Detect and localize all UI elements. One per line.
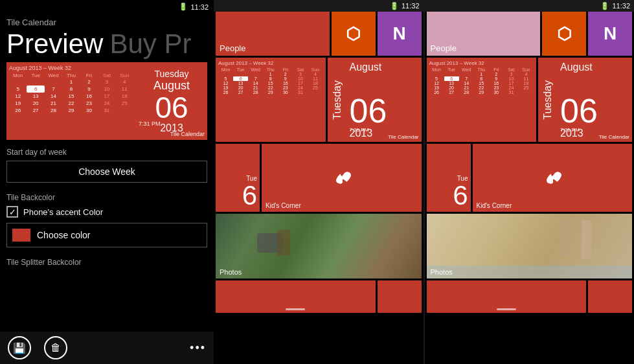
pinwheel-icon	[324, 160, 359, 196]
phone2-cal-tile[interactable]: August 2013 – Week 32 Mon Tue Wed Thu Fr…	[427, 58, 537, 142]
toolbar-left: 💾 🗑	[8, 336, 67, 359]
cal-time: 7:31 PM	[139, 120, 161, 127]
phone1-cal-grid: Mon Tue Wed Thu Fri Sat Sun 1 2 3 4 5 6	[218, 67, 323, 95]
phone1-row4: Photos	[214, 214, 424, 279]
buy-text: Buy Pr	[109, 28, 191, 60]
phone1-date-small[interactable]: Tue 6	[216, 144, 260, 212]
phone2-photos-label: Photos	[431, 268, 453, 276]
phone1-row5	[214, 280, 424, 313]
phone1-time: 11:32	[402, 2, 420, 10]
start-day-section: Start day of week Choose Week	[0, 142, 214, 188]
onenote-icon: N	[392, 23, 405, 44]
phone-preview-1: 🔋 11:32 People ⬡ N August 2013 – Week 32	[214, 0, 424, 364]
tile-backcolor-label: Tile Backcolor	[6, 193, 207, 202]
phone2-photos-tile[interactable]: Photos	[427, 214, 633, 279]
phone2-row1: People ⬡ N	[425, 12, 635, 56]
tile-splitter-label: Tile Splitter Backcolor	[0, 253, 214, 269]
phone-previews: 🔋 11:32 People ⬡ N August 2013 – Week 32	[214, 0, 634, 364]
phone1-photos-label: Photos	[220, 268, 242, 276]
delete-button[interactable]: 🗑	[44, 336, 67, 359]
office-icon: ⬡	[346, 24, 361, 44]
cal-tile-label: Tile Calendar	[170, 131, 205, 137]
phone2-onenote-tile[interactable]: N	[588, 12, 632, 56]
phone1-day-big: 06	[350, 94, 387, 128]
phone2-bottom-tile1[interactable]	[427, 280, 587, 313]
accent-label: Phone's accent Color	[23, 207, 103, 217]
phone1-people-tile[interactable]: People	[216, 12, 330, 56]
status-time: 11:32	[190, 3, 209, 11]
phone2-cal-grid: Mon Tue Wed Thu Fri Sat Sun 1 2 3 4 5 6	[429, 67, 534, 95]
phone2-bottom-tile2[interactable]	[588, 280, 632, 313]
phone2-time: 11:32	[612, 2, 630, 10]
accent-checkbox[interactable]: ✓	[6, 206, 18, 218]
phone1-date-big-tile[interactable]: Tuesday August 06 2013 7:31 PM Tile Cale…	[328, 58, 422, 142]
phone2-date-small[interactable]: Tue 6	[427, 144, 471, 212]
phone1-row1: People ⬡ N	[214, 12, 424, 56]
svg-point-1	[550, 176, 554, 180]
phone2-battery: 🔋	[600, 2, 609, 10]
phone1-tuesday: Tuesday	[332, 80, 343, 120]
choose-week-button[interactable]: Choose Week	[6, 161, 207, 183]
phone2-office-tile[interactable]: ⬡	[542, 12, 586, 56]
office-icon-2: ⬡	[557, 24, 572, 44]
phone2-row3: Tue 6 Kid's Corner	[425, 144, 635, 212]
bottom-toolbar: 💾 🗑 •••	[0, 332, 214, 364]
tile-backcolor-section: Tile Backcolor ✓ Phone's accent Color Ch…	[0, 188, 214, 253]
phone1-status: 🔋 11:32	[214, 0, 424, 12]
phone1-cal-tile[interactable]: August 2013 – Week 32 Mon Tue Wed Thu Fr…	[216, 58, 326, 142]
left-settings-panel: 🔋 11:32 Tile Calendar Preview Buy Pr Aug…	[0, 0, 214, 364]
phone2-kids-label: Kid's Corner	[477, 202, 512, 209]
cal-date-display: Tuesday August 06 2013 7:31 PM Tile Cale…	[136, 62, 207, 140]
phone1-row2: August 2013 – Week 32 Mon Tue Wed Thu Fr…	[214, 58, 424, 142]
phone2-date-big-tile[interactable]: Tuesday August 06 2013 7:31 PM Tile Cale…	[538, 58, 632, 142]
phone2-kids-corner-tile[interactable]: Kid's Corner	[473, 144, 633, 212]
onenote-icon-2: N	[604, 23, 617, 44]
cal-month-week: August 2013 – Week 32	[9, 65, 133, 71]
svg-point-0	[339, 176, 343, 180]
phone2-people-label: People	[431, 43, 457, 53]
status-bar: 🔋 11:32	[0, 0, 214, 14]
phone1-office-tile[interactable]: ⬡	[332, 12, 376, 56]
more-button[interactable]: •••	[190, 341, 206, 355]
delete-icon: 🗑	[51, 342, 61, 354]
phone1-kids-corner-tile[interactable]: Kid's Corner	[262, 144, 422, 212]
save-button[interactable]: 💾	[8, 336, 31, 359]
cal-day-name: Tuesday	[154, 69, 188, 79]
app-title: Tile Calendar	[0, 14, 214, 28]
accent-color-row: ✓ Phone's accent Color	[6, 206, 207, 218]
phone2-row2: August 2013 – Week 32 Mon Tue Wed Thu Fr…	[425, 58, 635, 142]
save-icon: 💾	[13, 342, 26, 354]
phone1-people-label: People	[220, 43, 245, 53]
phone1-row3: Tue 6 Kid's Corner	[214, 144, 424, 212]
preview-section: Preview Buy Pr	[0, 28, 214, 60]
phone-preview-2: 🔋 11:32 People ⬡ N August 2013 – Week 32	[425, 0, 635, 364]
phone1-battery: 🔋	[390, 2, 399, 10]
choose-color-button[interactable]: Choose color	[6, 223, 207, 247]
phone1-kids-label: Kid's Corner	[266, 202, 301, 209]
choose-color-label: Choose color	[37, 230, 91, 240]
start-day-label: Start day of week	[6, 148, 207, 157]
phone2-row5	[425, 280, 635, 313]
pinwheel-icon-2	[534, 160, 570, 196]
calendar-widget: August 2013 – Week 32 Mon Tue Wed Thu Fr…	[6, 62, 207, 140]
phone2-row4: Photos	[425, 214, 635, 279]
phone2-people-tile[interactable]: People	[427, 12, 541, 56]
phone2-status: 🔋 11:32	[425, 0, 635, 12]
preview-text: Preview	[6, 28, 103, 60]
battery-icon: 🔋	[179, 3, 188, 11]
cal-day-big: 06	[155, 93, 188, 122]
phone1-bottom-tile1[interactable]	[216, 280, 376, 313]
cal-grid: Mon Tue Wed Thu Fri Sat Sun 1 2 3 4 5 6 …	[9, 73, 133, 114]
phone1-photos-tile[interactable]: Photos	[216, 214, 422, 279]
color-swatch	[12, 229, 30, 242]
phone1-onenote-tile[interactable]: N	[378, 12, 422, 56]
phone1-bottom-tile2[interactable]	[378, 280, 422, 313]
